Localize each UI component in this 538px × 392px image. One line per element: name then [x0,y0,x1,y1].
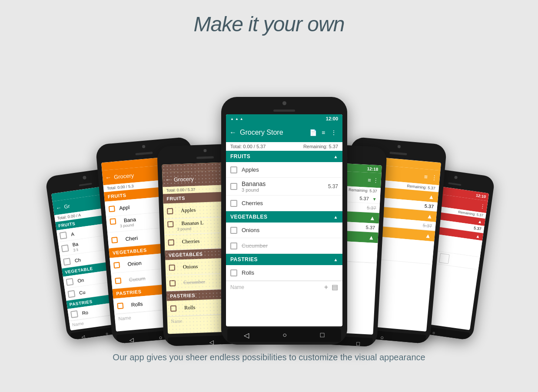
main-phone-title: Grocery Store [240,129,308,136]
add-icon[interactable]: + [324,283,328,291]
list-item[interactable]: Bananas 3 pound 5.37 [226,178,342,196]
fruits-label: FRUITS [230,153,250,159]
phone4-title: Gr [63,203,70,210]
fruits-chevron[interactable] [334,153,338,159]
list-item[interactable]: Cucumber [226,238,342,254]
pastries-header: PASTRIES [226,254,342,265]
bananas-checkbox[interactable] [230,183,237,190]
apples-checkbox[interactable] [230,166,237,173]
info-bar: Total: 0.00 / 5.37 Remaining: 5.37 [226,142,342,151]
total-label: Total: 0.00 / 5.37 [230,144,266,149]
bottom-bar: Name + ▤ [226,281,342,293]
main-phone-time: 12:00 [326,116,338,121]
list-item[interactable]: Cherries [226,196,342,211]
cucumber-checkbox[interactable] [230,243,237,249]
cucumber-text: Cucumber [242,243,338,249]
onions-text: Onions [242,227,338,233]
phone-main: ▲ ▲ ▲ 12:00 ← Grocery Store 📄 ≡ ⋮ Total:… [221,97,347,345]
rolls-checkbox[interactable] [230,269,237,276]
list-item[interactable]: Rolls [226,265,342,281]
nav-recent[interactable]: □ [320,331,325,339]
barcode-icon[interactable]: ▤ [332,283,338,291]
vegetables-label: VEGETABLES [230,214,267,220]
nav-home[interactable]: ○ [282,331,287,339]
vegetables-header: VEGETABLES [226,211,342,223]
rolls-text: Rolls [242,269,338,276]
cherries-checkbox[interactable] [230,200,237,207]
fruits-header: FRUITS [226,151,342,162]
more-icon: ⋮ [329,127,339,138]
list-item[interactable]: Onions [226,223,342,238]
vegetables-chevron[interactable] [334,214,338,220]
pastries-chevron[interactable] [334,256,338,262]
onions-checkbox[interactable] [230,227,237,234]
subtitle: Our app gives you sheer endless possibil… [113,352,425,362]
pastries-label: PASTRIES [230,256,258,262]
name-placeholder[interactable]: Name [230,284,321,290]
page-title: Make it your own [194,12,345,36]
doc-icon: 📄 [308,127,318,138]
bananas-text-group: Bananas 3 pound [242,180,328,193]
list-item[interactable]: Apples [226,162,342,178]
list-icon: ≡ [318,127,329,138]
nav-back[interactable]: ◁ [244,331,249,339]
bananas-price: 5.37 [328,183,338,189]
remaining-label: Remaining: 5.37 [303,144,338,149]
phones-container: ●●● ← Gr Total: 0.00 / A FRUITS A Ba3 li… [30,49,508,345]
apples-text: Apples [242,166,338,173]
cherries-text: Cherries [242,200,338,206]
